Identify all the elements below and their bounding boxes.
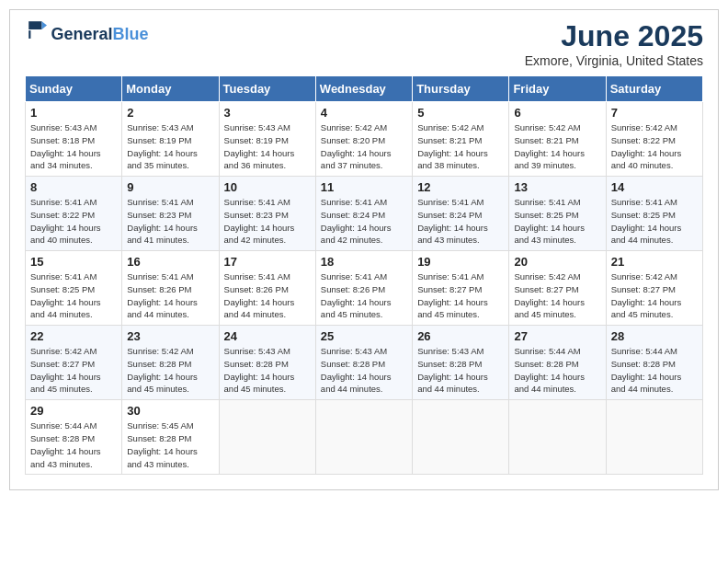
cell-details: Sunrise: 5:41 AMSunset: 8:27 PMDaylight:… — [417, 270, 504, 321]
calendar-cell — [315, 400, 412, 475]
svg-marker-2 — [42, 21, 48, 29]
day-number: 8 — [30, 180, 117, 194]
logo-area: General Blue — [25, 19, 149, 44]
logo-icon — [27, 19, 47, 40]
calendar-cell: 20Sunrise: 5:42 AMSunset: 8:27 PMDayligh… — [509, 251, 606, 326]
calendar-cell: 10Sunrise: 5:41 AMSunset: 8:23 PMDayligh… — [219, 177, 315, 251]
day-number: 12 — [417, 180, 504, 194]
calendar-cell: 19Sunrise: 5:41 AMSunset: 8:27 PMDayligh… — [413, 251, 509, 326]
day-number: 18 — [321, 255, 407, 269]
calendar-cell: 1Sunrise: 5:43 AMSunset: 8:18 PMDaylight… — [26, 102, 122, 177]
calendar-table: SundayMondayTuesdayWednesdayThursdayFrid… — [25, 75, 703, 475]
column-header-thursday: Thursday — [413, 76, 509, 102]
calendar-cell: 27Sunrise: 5:44 AMSunset: 8:28 PMDayligh… — [509, 326, 606, 400]
week-row-1: 1Sunrise: 5:43 AMSunset: 8:18 PMDaylight… — [26, 102, 703, 177]
cell-details: Sunrise: 5:42 AMSunset: 8:20 PMDaylight:… — [321, 121, 407, 172]
week-row-5: 29Sunrise: 5:44 AMSunset: 8:28 PMDayligh… — [26, 400, 703, 475]
day-number: 5 — [417, 106, 504, 120]
cell-details: Sunrise: 5:42 AMSunset: 8:28 PMDaylight:… — [127, 345, 213, 396]
calendar-cell: 8Sunrise: 5:41 AMSunset: 8:22 PMDaylight… — [26, 177, 122, 251]
day-number: 14 — [611, 180, 698, 194]
day-number: 9 — [127, 180, 213, 194]
day-number: 22 — [30, 329, 117, 343]
cell-details: Sunrise: 5:42 AMSunset: 8:21 PMDaylight:… — [417, 121, 504, 172]
calendar-cell — [606, 400, 702, 475]
page-subtitle: Exmore, Virginia, United States — [525, 53, 703, 68]
svg-marker-1 — [28, 21, 41, 29]
cell-details: Sunrise: 5:42 AMSunset: 8:22 PMDaylight:… — [611, 121, 698, 172]
calendar-cell: 11Sunrise: 5:41 AMSunset: 8:24 PMDayligh… — [315, 177, 412, 251]
cell-details: Sunrise: 5:44 AMSunset: 8:28 PMDaylight:… — [30, 419, 117, 470]
title-area: June 2025 Exmore, Virginia, United State… — [525, 19, 703, 68]
calendar-cell: 29Sunrise: 5:44 AMSunset: 8:28 PMDayligh… — [26, 400, 122, 475]
calendar-cell: 14Sunrise: 5:41 AMSunset: 8:25 PMDayligh… — [606, 177, 702, 251]
day-number: 25 — [321, 329, 407, 343]
day-number: 28 — [611, 329, 698, 343]
day-number: 26 — [417, 329, 504, 343]
day-number: 2 — [127, 106, 213, 120]
cell-details: Sunrise: 5:41 AMSunset: 8:24 PMDaylight:… — [417, 196, 504, 247]
column-header-monday: Monday — [122, 76, 219, 102]
cell-details: Sunrise: 5:41 AMSunset: 8:26 PMDaylight:… — [321, 270, 407, 321]
day-number: 4 — [321, 106, 407, 120]
calendar-cell: 23Sunrise: 5:42 AMSunset: 8:28 PMDayligh… — [122, 326, 219, 400]
cell-details: Sunrise: 5:42 AMSunset: 8:21 PMDaylight:… — [514, 121, 600, 172]
day-number: 19 — [417, 255, 504, 269]
day-number: 27 — [514, 329, 600, 343]
day-number: 10 — [224, 180, 311, 194]
day-number: 17 — [224, 255, 311, 269]
day-number: 15 — [30, 255, 117, 269]
day-number: 20 — [514, 255, 600, 269]
logo-blue-text: Blue — [113, 25, 149, 44]
calendar-cell: 9Sunrise: 5:41 AMSunset: 8:23 PMDaylight… — [122, 177, 219, 251]
week-row-2: 8Sunrise: 5:41 AMSunset: 8:22 PMDaylight… — [26, 177, 703, 251]
day-number: 24 — [224, 329, 311, 343]
svg-rect-3 — [28, 30, 30, 39]
cell-details: Sunrise: 5:43 AMSunset: 8:18 PMDaylight:… — [30, 121, 117, 172]
column-header-friday: Friday — [509, 76, 606, 102]
calendar-cell: 24Sunrise: 5:43 AMSunset: 8:28 PMDayligh… — [219, 326, 315, 400]
column-header-sunday: Sunday — [26, 76, 122, 102]
cell-details: Sunrise: 5:44 AMSunset: 8:28 PMDaylight:… — [514, 345, 600, 396]
cell-details: Sunrise: 5:41 AMSunset: 8:22 PMDaylight:… — [30, 196, 117, 247]
cell-details: Sunrise: 5:41 AMSunset: 8:24 PMDaylight:… — [321, 196, 407, 247]
cell-details: Sunrise: 5:41 AMSunset: 8:23 PMDaylight:… — [127, 196, 213, 247]
day-number: 6 — [514, 106, 600, 120]
header-row: General Blue June 2025 Exmore, Virginia,… — [25, 19, 703, 68]
cell-details: Sunrise: 5:42 AMSunset: 8:27 PMDaylight:… — [514, 270, 600, 321]
cell-details: Sunrise: 5:41 AMSunset: 8:25 PMDaylight:… — [514, 196, 600, 247]
column-header-saturday: Saturday — [606, 76, 702, 102]
week-row-3: 15Sunrise: 5:41 AMSunset: 8:25 PMDayligh… — [26, 251, 703, 326]
day-number: 21 — [611, 255, 698, 269]
cell-details: Sunrise: 5:41 AMSunset: 8:25 PMDaylight:… — [611, 196, 698, 247]
page-container: General Blue June 2025 Exmore, Virginia,… — [9, 9, 719, 490]
day-number: 23 — [127, 329, 213, 343]
page-title: June 2025 — [525, 19, 703, 53]
cell-details: Sunrise: 5:43 AMSunset: 8:28 PMDaylight:… — [417, 345, 504, 396]
calendar-cell: 3Sunrise: 5:43 AMSunset: 8:19 PMDaylight… — [219, 102, 315, 177]
cell-details: Sunrise: 5:41 AMSunset: 8:26 PMDaylight:… — [224, 270, 311, 321]
calendar-cell: 22Sunrise: 5:42 AMSunset: 8:27 PMDayligh… — [26, 326, 122, 400]
logo: General Blue — [25, 19, 149, 44]
column-header-wednesday: Wednesday — [315, 76, 412, 102]
day-number: 16 — [127, 255, 213, 269]
day-number: 1 — [30, 106, 117, 120]
calendar-cell — [219, 400, 315, 475]
cell-details: Sunrise: 5:41 AMSunset: 8:23 PMDaylight:… — [224, 196, 311, 247]
calendar-cell: 13Sunrise: 5:41 AMSunset: 8:25 PMDayligh… — [509, 177, 606, 251]
day-number: 13 — [514, 180, 600, 194]
calendar-cell: 7Sunrise: 5:42 AMSunset: 8:22 PMDaylight… — [606, 102, 702, 177]
week-row-4: 22Sunrise: 5:42 AMSunset: 8:27 PMDayligh… — [26, 326, 703, 400]
day-number: 11 — [321, 180, 407, 194]
cell-details: Sunrise: 5:43 AMSunset: 8:28 PMDaylight:… — [321, 345, 407, 396]
calendar-cell: 2Sunrise: 5:43 AMSunset: 8:19 PMDaylight… — [122, 102, 219, 177]
logo-general-text: General — [51, 25, 112, 44]
calendar-cell: 30Sunrise: 5:45 AMSunset: 8:28 PMDayligh… — [122, 400, 219, 475]
cell-details: Sunrise: 5:45 AMSunset: 8:28 PMDaylight:… — [127, 419, 213, 470]
calendar-cell: 21Sunrise: 5:42 AMSunset: 8:27 PMDayligh… — [606, 251, 702, 326]
day-number: 7 — [611, 106, 698, 120]
calendar-cell: 15Sunrise: 5:41 AMSunset: 8:25 PMDayligh… — [26, 251, 122, 326]
day-number: 30 — [127, 404, 213, 418]
calendar-cell: 18Sunrise: 5:41 AMSunset: 8:26 PMDayligh… — [315, 251, 412, 326]
cell-details: Sunrise: 5:42 AMSunset: 8:27 PMDaylight:… — [611, 270, 698, 321]
